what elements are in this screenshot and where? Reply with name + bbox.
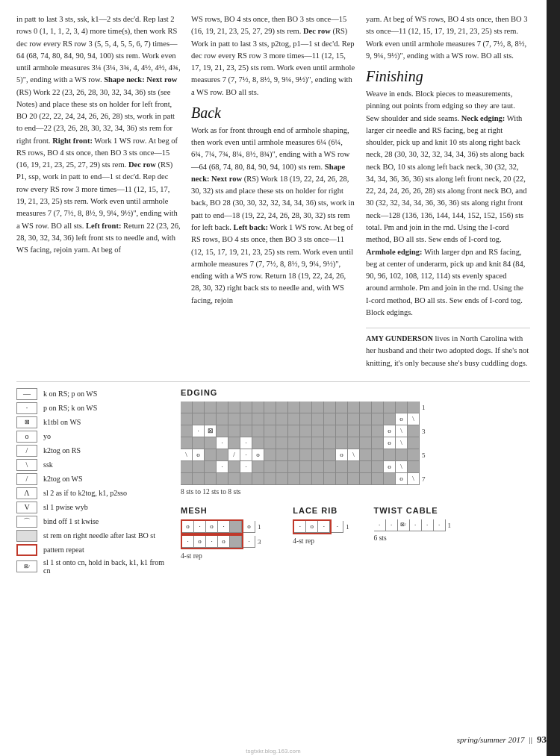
cell: · [332, 521, 343, 533]
row-label-7: 7 [422, 475, 426, 483]
cell [312, 413, 324, 425]
cell [240, 402, 252, 413]
cell [396, 402, 408, 413]
cell [276, 413, 288, 425]
cell: · [318, 521, 330, 533]
cell [372, 473, 384, 485]
cell: · [434, 519, 446, 531]
cell: o [384, 461, 396, 473]
mesh-chart: · o · o · 3 [181, 519, 261, 549]
cell [193, 402, 205, 413]
row-label-1: 1 [422, 404, 426, 411]
cell: · [217, 461, 228, 473]
cell: o [396, 473, 408, 485]
legend-symbol-bo: ⌒ [16, 516, 37, 528]
cell: / [228, 449, 240, 461]
cell [312, 473, 324, 485]
legend-label-k-rs: k on RS; p on WS [43, 390, 97, 398]
cell [264, 449, 276, 461]
cell [288, 461, 300, 473]
legend-symbol-sl2: Λ [16, 487, 37, 499]
legend-item-st-rem: st rem on right needle after last BO st [16, 530, 166, 542]
cell: \ [396, 437, 408, 449]
cell [372, 437, 384, 449]
cell [264, 437, 276, 449]
cell: \ [408, 473, 420, 485]
cell: ⊠/ [398, 519, 410, 531]
cell [228, 437, 240, 449]
cell [264, 461, 276, 473]
cell [240, 473, 252, 485]
cell [252, 425, 264, 437]
right-column: yarn. At beg of WS rows, BO 4 sts once, … [366, 13, 530, 374]
cell: o [218, 536, 230, 548]
cell [228, 402, 240, 413]
cell: · [422, 519, 434, 531]
legend-symbol-k2tog-rs: / [16, 445, 37, 457]
cell [300, 437, 312, 449]
cell [276, 425, 288, 437]
lace-rib-title: LACE RIB [293, 506, 349, 515]
left-column: in patt to last 3 sts, ssk, k1—2 sts dec… [16, 13, 181, 374]
cell [360, 461, 372, 473]
cell: o [306, 521, 318, 533]
cell [217, 425, 228, 437]
lace-rib-note: 4-st rep [293, 537, 349, 545]
cell [300, 402, 312, 413]
cell: · [243, 536, 255, 548]
author-name: AMY GUNDERSON [366, 334, 433, 343]
cell: · [217, 437, 228, 449]
cell [276, 473, 288, 485]
lace-rib-chart: · o · · 1 [293, 519, 349, 534]
author-bio: AMY GUNDERSON lives in North Carolina wi… [366, 328, 530, 369]
finishing-title: Finishing [366, 68, 530, 85]
cell: · [294, 521, 306, 533]
legend-label-ssk: ssk [43, 460, 53, 469]
cell: o [336, 449, 348, 461]
cell [348, 437, 360, 449]
legend-symbol-ssk: \ [16, 459, 37, 471]
cell [228, 473, 240, 485]
page: in patt to last 3 sts, ssk, k1—2 sts dec… [0, 0, 560, 756]
cell [384, 402, 396, 413]
footer: spring/summer 2017 || 93 [16, 734, 560, 746]
cell: · [240, 449, 252, 461]
cell [230, 536, 242, 548]
cell [336, 402, 348, 413]
cell [324, 449, 336, 461]
cell: · [193, 425, 205, 437]
cell: o [206, 521, 218, 533]
cell [396, 449, 408, 461]
cell [264, 402, 276, 413]
mesh-chart-note: 4-st rep [181, 552, 261, 560]
cell: o [194, 536, 206, 548]
cell [217, 413, 228, 425]
legend-symbol-k1tbl: ⊠ [16, 416, 37, 428]
footer-separator: || [529, 735, 532, 744]
cell [205, 461, 217, 473]
legend-label-sl2: sl 2 as if to k2tog, k1, p2sso [43, 489, 127, 497]
cell [324, 437, 336, 449]
cell [360, 449, 372, 461]
edging-chart-title: EDGING [181, 388, 530, 397]
watermark: tsgtxkr.blog.163.com [246, 748, 300, 755]
legend-label-p-rs: p on RS; k on WS [43, 404, 97, 412]
legend-symbol-yo: o [16, 431, 37, 443]
cell [276, 449, 288, 461]
cell [252, 402, 264, 413]
cell [408, 461, 420, 473]
legend-label-k1tbl: k1tbl on WS [43, 418, 81, 426]
cell [312, 425, 324, 437]
cell [193, 473, 205, 485]
legend-symbol-k2tog-ws: / [16, 473, 37, 485]
cell [372, 449, 384, 461]
cell [288, 402, 300, 413]
legend-label-k2tog-ws: k2tog on WS [43, 475, 83, 483]
legend-item-sl1-cn: ⊠/ sl 1 st onto cn, hold in back, k1, k1… [16, 558, 166, 575]
cell: o [384, 425, 396, 437]
cell: · [206, 536, 218, 548]
cell [384, 449, 396, 461]
cell [360, 413, 372, 425]
cell [324, 425, 336, 437]
cell [264, 413, 276, 425]
